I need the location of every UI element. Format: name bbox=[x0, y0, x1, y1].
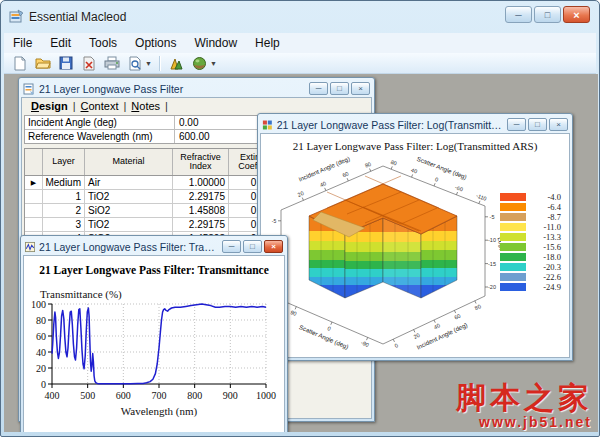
grid-header-cell: Refractive Index bbox=[173, 149, 229, 175]
menu-item-edit[interactable]: Edit bbox=[41, 34, 80, 52]
legend-swatch bbox=[500, 283, 526, 291]
grid-cell[interactable]: Medium bbox=[43, 176, 85, 189]
plot3d-window[interactable]: 21 Layer Longwave Pass Filter: Log(Trans… bbox=[257, 113, 573, 361]
y-tick-label: 0 bbox=[41, 379, 46, 390]
legend-swatch bbox=[500, 253, 526, 261]
axis-tick-label: -15 bbox=[488, 261, 496, 267]
grid-cell[interactable]: 2.29175 bbox=[173, 190, 229, 203]
dropdown-caret-icon[interactable]: ▼ bbox=[210, 60, 217, 67]
printer-icon bbox=[104, 56, 120, 70]
legend-value: -6.4 bbox=[531, 202, 561, 212]
delete-file-button[interactable] bbox=[79, 54, 99, 72]
transmittance-window-titlebar[interactable]: 21 Layer Longwave Pass Filter: Transmitt… bbox=[23, 238, 285, 255]
grid-cell[interactable]: 1.00000 bbox=[173, 176, 229, 189]
performance-plot-button[interactable] bbox=[167, 54, 187, 72]
legend-row: -20.3 bbox=[500, 262, 561, 272]
print-button[interactable] bbox=[102, 54, 122, 72]
tab-design[interactable]: Design bbox=[28, 99, 71, 113]
axis-label: Scatter Angle (deg) bbox=[416, 155, 468, 181]
three-d-plot-button[interactable] bbox=[190, 54, 210, 72]
x-tick-label: 600 bbox=[116, 390, 131, 401]
transmittance-plot: 4005006007008009001000020406080100Wavele… bbox=[24, 300, 282, 422]
axis-tick-label: 40 bbox=[319, 180, 327, 188]
legend-value: -20.3 bbox=[531, 262, 561, 272]
row-selector[interactable] bbox=[25, 190, 43, 203]
design-window-titlebar[interactable]: 21 Layer Longwave Pass Filter ─ □ × bbox=[21, 80, 372, 97]
legend-row: -11.0 bbox=[500, 222, 561, 232]
menu-item-window[interactable]: Window bbox=[185, 34, 246, 52]
maximize-button[interactable]: □ bbox=[528, 118, 547, 131]
axis-tick-label: 80 bbox=[364, 161, 372, 169]
close-button[interactable]: × bbox=[351, 82, 370, 95]
axis-tick-label: 90 bbox=[290, 309, 298, 317]
grid-cell[interactable]: 1 bbox=[43, 190, 85, 203]
three-d-plot-icon bbox=[192, 56, 207, 71]
grid-cell[interactable]: SiO2 bbox=[85, 204, 173, 217]
mdi-area: 21 Layer Longwave Pass Filter ─ □ × Desi… bbox=[4, 74, 598, 432]
legend-row: -4.0 bbox=[500, 192, 561, 202]
window-title: Essential Macleod bbox=[29, 10, 126, 24]
open-file-button[interactable] bbox=[33, 54, 53, 72]
row-selector[interactable] bbox=[25, 218, 43, 231]
watermark-url: www.jb51.net bbox=[456, 415, 592, 429]
close-button[interactable]: × bbox=[549, 118, 568, 131]
minimize-button[interactable]: ─ bbox=[505, 6, 532, 23]
legend-swatch bbox=[500, 263, 526, 271]
dropdown-caret-icon[interactable]: ▼ bbox=[145, 60, 152, 67]
close-button[interactable]: × bbox=[563, 6, 590, 23]
menu-bar: FileEditToolsOptionsWindowHelp bbox=[4, 33, 596, 53]
minimize-button[interactable]: ─ bbox=[507, 118, 526, 131]
field-label: Reference Wavelength (nm) bbox=[25, 130, 175, 143]
menu-item-help[interactable]: Help bbox=[246, 34, 289, 52]
legend-value: -18.0 bbox=[531, 252, 561, 262]
grid-cell[interactable]: 2 bbox=[43, 204, 85, 217]
minimize-button[interactable]: ─ bbox=[222, 240, 241, 253]
axis-label: Scatter Angle (deg) bbox=[298, 323, 349, 350]
main-titlebar[interactable]: Essential Macleod ─ □ × bbox=[1, 1, 599, 33]
grid-cell[interactable]: Air bbox=[85, 176, 173, 189]
axis-label: Incident Angle (deg) bbox=[297, 155, 350, 183]
legend-value: -8.7 bbox=[531, 212, 561, 222]
close-button[interactable]: × bbox=[264, 240, 283, 253]
x-tick-label: 900 bbox=[223, 390, 238, 401]
x-axis-label: Wavelength (nm) bbox=[121, 405, 198, 418]
grid-cell[interactable]: 1.45808 bbox=[173, 204, 229, 217]
main-window: Essential Macleod ─ □ × FileEditToolsOpt… bbox=[0, 0, 600, 437]
save-file-button[interactable] bbox=[56, 54, 76, 72]
maximize-button[interactable]: □ bbox=[534, 6, 561, 23]
grid-cell[interactable]: TiO2 bbox=[85, 190, 173, 203]
menu-item-tools[interactable]: Tools bbox=[80, 34, 126, 52]
x-tick-label: 1000 bbox=[256, 390, 276, 401]
tab-strip: Design|Context|Notes| bbox=[22, 98, 371, 114]
surface-plot: 20406080Incident Angle (deg)80400-60-110… bbox=[261, 152, 501, 357]
tab-notes[interactable]: Notes bbox=[128, 99, 163, 113]
legend-row: -22.6 bbox=[500, 272, 561, 282]
new-document-button[interactable] bbox=[10, 54, 30, 72]
tab-separator: | bbox=[71, 99, 78, 113]
axis-tick-label: -90 bbox=[360, 340, 370, 349]
menu-item-options[interactable]: Options bbox=[126, 34, 185, 52]
plot3d-window-titlebar[interactable]: 21 Layer Longwave Pass Filter: Log(Trans… bbox=[260, 116, 570, 133]
performance-plot-icon bbox=[169, 56, 184, 71]
grid-cell[interactable]: 2.29175 bbox=[173, 218, 229, 231]
y-tick-label: 40 bbox=[36, 347, 46, 358]
plot3d-window-title: 21 Layer Longwave Pass Filter: Log(Trans… bbox=[277, 119, 503, 131]
row-selector[interactable]: ▶ bbox=[25, 176, 43, 189]
maximize-button[interactable]: □ bbox=[330, 82, 349, 95]
transmittance-window[interactable]: 21 Layer Longwave Pass Filter: Transmitt… bbox=[20, 235, 288, 432]
maximize-button[interactable]: □ bbox=[243, 240, 262, 253]
toolbar: ▼ ▼ bbox=[4, 53, 596, 74]
grid-cell[interactable]: TiO2 bbox=[85, 218, 173, 231]
axis-tick-label: 80 bbox=[390, 159, 398, 167]
axis-tick-label: 20 bbox=[413, 332, 421, 340]
row-selector[interactable] bbox=[25, 204, 43, 217]
grid-cell[interactable]: 3 bbox=[43, 218, 85, 231]
print-preview-button[interactable] bbox=[125, 54, 145, 72]
legend-row: -6.4 bbox=[500, 202, 561, 212]
axis-tick-label: -5 bbox=[272, 218, 277, 224]
tab-context[interactable]: Context bbox=[78, 99, 122, 113]
menu-item-file[interactable]: File bbox=[4, 34, 41, 52]
minimize-button[interactable]: ─ bbox=[309, 82, 328, 95]
axis-tick-label: 60 bbox=[342, 171, 350, 179]
legend-swatch bbox=[500, 213, 526, 221]
